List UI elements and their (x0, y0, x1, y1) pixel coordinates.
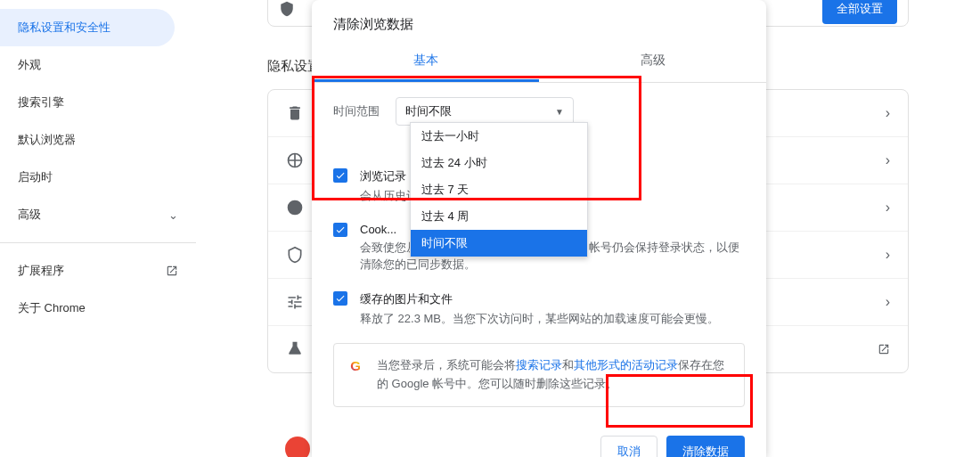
dropdown-option-all[interactable]: 时间不限 (411, 230, 587, 257)
dialog-title: 清除浏览数据 (312, 0, 766, 42)
link-activity[interactable]: 其他形式的活动记录 (574, 358, 678, 371)
clear-data-button[interactable]: 清除数据 (666, 436, 745, 457)
clear-data-dialog: 清除浏览数据 基本 高级 时间范围 时间不限 ▼ 过去一小时 过去 24 小时 … (312, 0, 766, 457)
check-desc: 释放了 22.3 MB。当您下次访问时，某些网站的加载速度可能会更慢。 (360, 310, 719, 328)
chevron-right-icon: › (886, 294, 890, 310)
avatar (285, 437, 310, 457)
time-range-value: 时间不限 (405, 103, 452, 119)
info-text: 当您登录后，系统可能会将搜索记录和其他形式的活动记录保存在您的 Google 帐… (377, 356, 731, 394)
time-range-label: 时间范围 (333, 103, 380, 119)
dialog-footer: 取消 清除数据 (312, 421, 766, 457)
sidebar-item-extensions[interactable]: 扩展程序 (0, 252, 196, 290)
sidebar-advanced-label: 高级 (18, 207, 41, 223)
sidebar-item-about[interactable]: 关于 Chrome (0, 290, 196, 327)
flask-icon (286, 340, 304, 358)
dialog-tabs: 基本 高级 (312, 42, 766, 83)
checkbox-cache[interactable] (333, 291, 347, 306)
check-icon (335, 224, 346, 235)
dropdown-option-24h[interactable]: 过去 24 小时 (411, 150, 587, 176)
security-icon (286, 246, 304, 264)
checkbox-history[interactable] (333, 168, 347, 183)
chevron-right-icon: › (886, 105, 890, 121)
divider (0, 242, 196, 243)
google-icon: G (347, 356, 364, 374)
caret-down-icon: ▼ (555, 107, 564, 117)
time-range-dropdown: 过去一小时 过去 24 小时 过去 7 天 过去 4 周 时间不限 (410, 122, 588, 257)
check-content: 缓存的图片和文件 释放了 22.3 MB。当您下次访问时，某些网站的加载速度可能… (360, 291, 719, 328)
sidebar-item-startup[interactable]: 启动时 (0, 159, 196, 196)
dropdown-option-7d[interactable]: 过去 7 天 (411, 176, 587, 203)
chevron-right-icon: › (886, 152, 890, 168)
external-link-icon (878, 343, 890, 355)
tune-icon (286, 293, 304, 311)
dropdown-option-4w[interactable]: 过去 4 周 (411, 203, 587, 230)
sidebar-item-privacy[interactable]: 隐私设置和安全性 (0, 9, 175, 46)
link-search-history[interactable]: 搜索记录 (516, 358, 562, 371)
tab-basic[interactable]: 基本 (312, 42, 539, 82)
external-link-icon (166, 265, 178, 277)
cookie-icon (286, 199, 304, 216)
dialog-body: 时间范围 时间不限 ▼ 过去一小时 过去 24 小时 过去 7 天 过去 4 周… (312, 83, 766, 421)
checkbox-cookies[interactable] (333, 223, 347, 237)
sidebar: 隐私设置和安全性 外观 搜索引擎 默认浏览器 启动时 高级 ⌄ 扩展程序 关于 … (0, 0, 196, 457)
chevron-right-icon: › (886, 247, 890, 263)
sidebar-extensions-label: 扩展程序 (18, 263, 64, 279)
info-box: G 当您登录后，系统可能会将搜索记录和其他形式的活动记录保存在您的 Google… (333, 343, 745, 407)
check-icon (335, 170, 346, 181)
cancel-button[interactable]: 取消 (600, 436, 657, 457)
check-title: 缓存的图片和文件 (360, 291, 719, 307)
check-icon (335, 293, 346, 304)
trash-icon (286, 104, 304, 122)
svg-point-1 (288, 200, 303, 216)
chevron-right-icon: › (886, 200, 890, 216)
sidebar-item-advanced[interactable]: 高级 ⌄ (0, 196, 196, 233)
banner-button[interactable]: 全部设置 (822, 0, 897, 24)
tune-icon (286, 151, 304, 169)
shield-icon (279, 1, 295, 17)
tab-advanced[interactable]: 高级 (539, 42, 766, 82)
sidebar-item-default-browser[interactable]: 默认浏览器 (0, 121, 196, 159)
chevron-down-icon: ⌄ (168, 208, 178, 222)
sidebar-item-search[interactable]: 搜索引擎 (0, 84, 196, 121)
dropdown-option-hour[interactable]: 过去一小时 (411, 123, 587, 150)
check-row-cache: 缓存的图片和文件 释放了 22.3 MB。当您下次访问时，某些网站的加载速度可能… (333, 291, 745, 328)
sidebar-item-appearance[interactable]: 外观 (0, 46, 196, 84)
